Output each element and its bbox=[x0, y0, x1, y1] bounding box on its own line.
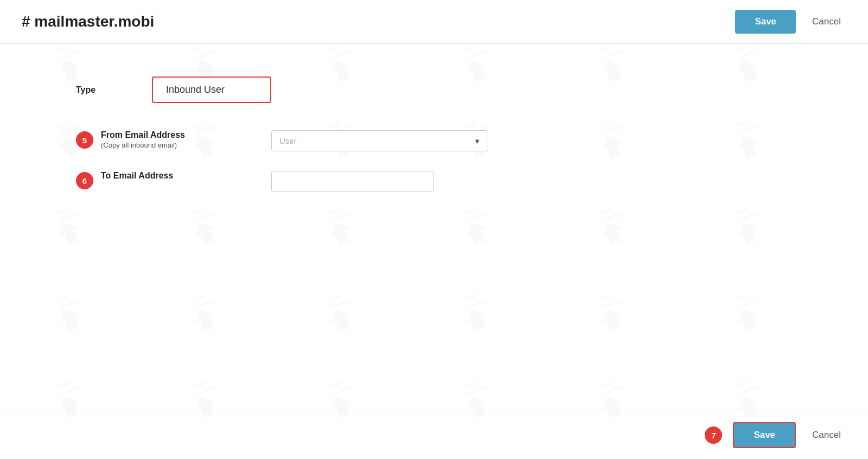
to-email-label: To Email Address bbox=[101, 168, 173, 180]
save-button-bottom[interactable]: Save bbox=[733, 422, 796, 448]
page-wrapper: # mailmaster.mobi Save Cancel Type Inbou… bbox=[0, 0, 868, 459]
cancel-button-top[interactable]: Cancel bbox=[807, 12, 846, 31]
to-email-label-text: To Email Address bbox=[101, 171, 173, 181]
type-value-box: Inbound User bbox=[152, 76, 271, 103]
to-email-input[interactable] bbox=[271, 171, 434, 192]
from-email-label: From Email Address bbox=[101, 127, 185, 139]
to-email-label-group: 6 To Email Address bbox=[76, 171, 250, 189]
bottom-bar: 7 Save Cancel bbox=[0, 411, 868, 459]
fields-area: 5 From Email Address (Copy all inbound e… bbox=[76, 130, 825, 192]
from-email-select[interactable]: User bbox=[271, 130, 488, 151]
from-email-select-wrapper: User ▼ bbox=[271, 130, 488, 151]
top-bar: # mailmaster.mobi Save Cancel bbox=[0, 0, 868, 44]
step-badge-7: 7 bbox=[705, 426, 722, 444]
field-row-to-email: 6 To Email Address bbox=[76, 171, 825, 192]
from-email-sublabel: (Copy all inbound email) bbox=[101, 141, 185, 149]
type-row: Type Inbound User bbox=[43, 66, 825, 109]
from-email-label-group: 5 From Email Address (Copy all inbound e… bbox=[76, 130, 250, 149]
page-title: # mailmaster.mobi bbox=[22, 13, 154, 30]
field-row-from-email: 5 From Email Address (Copy all inbound e… bbox=[76, 130, 825, 151]
save-button-top[interactable]: Save bbox=[735, 10, 796, 34]
main-content: Type Inbound User 5 From Email Address (… bbox=[0, 44, 868, 411]
step-badge-6: 6 bbox=[76, 172, 93, 189]
type-field-label: Type bbox=[43, 85, 152, 95]
top-actions: Save Cancel bbox=[735, 10, 846, 34]
step-badge-5: 5 bbox=[76, 131, 93, 149]
cancel-button-bottom[interactable]: Cancel bbox=[807, 425, 846, 445]
from-email-label-text: From Email Address (Copy all inbound ema… bbox=[101, 130, 185, 149]
